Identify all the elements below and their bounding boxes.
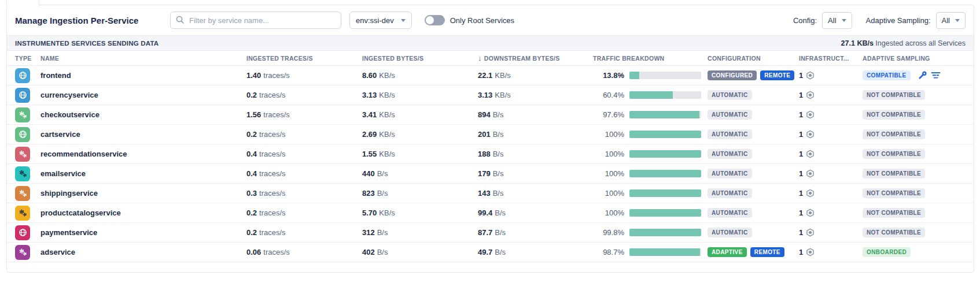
service-name-cell: cartservice bbox=[40, 130, 246, 139]
chevron-down-icon bbox=[842, 19, 846, 22]
adaptive-sampling-badge: NOT COMPATIBLE bbox=[863, 228, 925, 237]
table-row[interactable]: recommendationservice 0.4traces/s 1.55KB… bbox=[7, 144, 974, 164]
adaptive-sampling-badge: NOT COMPATIBLE bbox=[863, 208, 925, 218]
service-name-link[interactable]: adservice bbox=[40, 248, 75, 256]
infrastructure-cell[interactable]: 1 bbox=[799, 150, 863, 158]
infrastructure-cell[interactable]: 1 bbox=[799, 91, 863, 99]
adaptive-sampling-badge: NOT COMPATIBLE bbox=[863, 169, 925, 178]
service-name-link[interactable]: checkoutservice bbox=[40, 110, 100, 119]
search-input[interactable] bbox=[170, 12, 341, 29]
column-header-configuration[interactable]: CONFIGURATION bbox=[708, 55, 799, 62]
column-header-ingested-traces[interactable]: INGESTED TRACES/S bbox=[246, 55, 362, 62]
service-name-cell: currencyservice bbox=[40, 91, 246, 99]
table-row[interactable]: checkoutservice 1.56traces/s 3.41KB/s 89… bbox=[7, 105, 974, 125]
infrastructure-cell[interactable]: 1 bbox=[799, 228, 863, 237]
table-row[interactable]: emailservice 0.4traces/s 440B/s 179B/s 1… bbox=[7, 164, 974, 184]
config-badge-automatic: AUTOMATIC bbox=[708, 169, 752, 178]
page-title: Manage Ingestion Per-Service bbox=[15, 16, 170, 25]
manage-ingestion-panel: Manage Ingestion Per-Service env:ssi-dev… bbox=[6, 5, 974, 273]
only-root-services-control: Only Root Services bbox=[425, 15, 514, 25]
env-dropdown[interactable]: env:ssi-dev bbox=[349, 12, 412, 29]
traffic-breakdown-cell: 100% bbox=[593, 189, 708, 198]
service-name-link[interactable]: cartservice bbox=[40, 130, 80, 139]
infrastructure-cell[interactable]: 1 bbox=[799, 248, 863, 256]
traffic-bar bbox=[629, 72, 701, 79]
table-row[interactable]: paymentservice 0.2traces/s 312B/s 87.7B/… bbox=[7, 223, 974, 243]
column-header-name[interactable]: NAME bbox=[40, 55, 246, 62]
config-badge-adaptive: ADAPTIVE bbox=[708, 247, 747, 257]
service-name-link[interactable]: frontend bbox=[40, 71, 71, 80]
traffic-percent: 100% bbox=[593, 130, 624, 139]
service-type-gears-icon bbox=[15, 186, 30, 201]
service-name-link[interactable]: paymentservice bbox=[40, 228, 97, 237]
filter-lines-icon[interactable] bbox=[931, 72, 941, 79]
configuration-cell: AUTOMATIC bbox=[708, 169, 799, 178]
service-type-globe-icon bbox=[15, 225, 30, 240]
traffic-breakdown-cell: 60.4% bbox=[593, 91, 708, 99]
ingested-traces-cell: 0.2traces/s bbox=[246, 209, 362, 217]
infrastructure-cell[interactable]: 1 bbox=[799, 110, 863, 119]
column-header-adaptive-sampling[interactable]: ADAPTIVE SAMPLING bbox=[863, 55, 966, 62]
table-row[interactable]: shippingservice 0.3traces/s 823B/s 143B/… bbox=[7, 184, 974, 203]
adaptive-sampling-cell: NOT COMPATIBLE bbox=[863, 129, 966, 139]
ingested-traces-cell: 0.2traces/s bbox=[246, 130, 362, 139]
column-header-traffic-breakdown[interactable]: TRAFFIC BREAKDOWN bbox=[593, 55, 708, 62]
adaptive-sampling-badge: NOT COMPATIBLE bbox=[863, 110, 925, 120]
infrastructure-cell[interactable]: 1 bbox=[799, 71, 863, 80]
downstream-bytes-cell: 179B/s bbox=[478, 169, 593, 178]
host-hexagon-icon bbox=[806, 228, 815, 237]
table-row[interactable]: adservice 0.06traces/s 402B/s 49.7B/s 98… bbox=[7, 243, 974, 262]
service-type-cell bbox=[15, 68, 40, 83]
adaptive-sampling-filter-dropdown[interactable]: All bbox=[936, 12, 966, 29]
config-badge-automatic: AUTOMATIC bbox=[708, 208, 752, 218]
service-type-cell bbox=[15, 225, 40, 240]
traffic-bar bbox=[629, 170, 701, 177]
config-badge-automatic: AUTOMATIC bbox=[708, 228, 752, 237]
service-type-cell bbox=[15, 186, 40, 201]
host-hexagon-icon bbox=[806, 189, 815, 198]
downstream-bytes-cell: 894B/s bbox=[478, 110, 593, 119]
sort-descending-icon: ↓ bbox=[478, 54, 482, 62]
table-row[interactable]: currencyservice 0.2traces/s 3.13KB/s 3.1… bbox=[7, 85, 974, 105]
section-title: INSTRUMENTED SERVICES SENDING DATA bbox=[15, 40, 159, 47]
service-type-cell bbox=[15, 107, 40, 122]
traffic-bar bbox=[629, 131, 701, 138]
service-name-link[interactable]: emailservice bbox=[40, 169, 86, 178]
traffic-breakdown-cell: 100% bbox=[593, 130, 708, 139]
table-row[interactable]: frontend 1.40traces/s 8.60KB/s 22.1KB/s … bbox=[7, 66, 974, 85]
infrastructure-cell[interactable]: 1 bbox=[799, 130, 863, 139]
ingested-bytes-cell: 823B/s bbox=[362, 189, 478, 198]
column-header-ingested-bytes[interactable]: INGESTED BYTES/S bbox=[362, 55, 478, 62]
adaptive-sampling-cell: NOT COMPATIBLE bbox=[863, 149, 966, 159]
service-name-link[interactable]: shippingservice bbox=[40, 189, 98, 198]
service-name-link[interactable]: currencyservice bbox=[40, 91, 98, 99]
table-row[interactable]: productcatalogservice 0.2traces/s 5.70KB… bbox=[7, 203, 974, 223]
service-type-gears-icon bbox=[15, 107, 30, 122]
only-root-services-toggle[interactable] bbox=[425, 15, 445, 25]
configuration-cell: AUTOMATIC bbox=[708, 149, 799, 159]
service-name-link[interactable]: productcatalogservice bbox=[40, 209, 121, 217]
ingested-bytes-cell: 312B/s bbox=[362, 228, 478, 237]
service-type-gears-icon bbox=[15, 206, 30, 221]
infrastructure-cell[interactable]: 1 bbox=[799, 209, 863, 217]
infrastructure-cell[interactable]: 1 bbox=[799, 169, 863, 178]
column-header-downstream-bytes[interactable]: ↓ DOWNSTREAM BYTES/S bbox=[478, 54, 593, 62]
ingested-traces-cell: 1.40traces/s bbox=[246, 71, 362, 80]
wrench-icon[interactable] bbox=[918, 71, 927, 80]
column-header-infrastructure[interactable]: INFRASTRUCT... bbox=[799, 55, 863, 62]
traffic-bar bbox=[629, 229, 701, 236]
infrastructure-cell[interactable]: 1 bbox=[799, 189, 863, 198]
ingested-traces-cell: 0.4traces/s bbox=[246, 150, 362, 158]
total-ingested: 27.1 KB/s Ingested across all Services bbox=[841, 39, 966, 47]
column-header-type[interactable]: TYPE bbox=[15, 55, 40, 62]
service-name-link[interactable]: recommendationservice bbox=[40, 150, 127, 158]
table-row[interactable]: cartservice 0.2traces/s 2.69KB/s 201B/s … bbox=[7, 125, 974, 144]
downstream-bytes-cell: 99.4B/s bbox=[478, 209, 593, 217]
ingested-bytes-cell: 3.13KB/s bbox=[362, 91, 478, 99]
service-type-gears-icon bbox=[15, 147, 30, 162]
ingested-traces-cell: 0.3traces/s bbox=[246, 189, 362, 198]
traffic-breakdown-cell: 99.8% bbox=[593, 228, 708, 237]
config-filter-dropdown[interactable]: All bbox=[822, 12, 852, 29]
downstream-bytes-cell: 201B/s bbox=[478, 130, 593, 139]
service-type-gears-icon bbox=[15, 245, 30, 260]
